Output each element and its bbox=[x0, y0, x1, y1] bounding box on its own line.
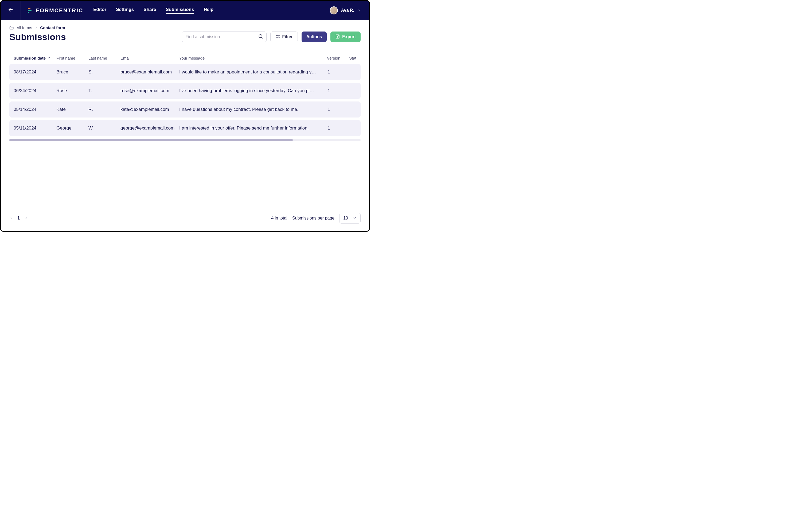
col-email[interactable]: Email bbox=[121, 56, 179, 60]
breadcrumb-root[interactable]: All forms bbox=[16, 25, 32, 30]
cell-email: bruce@examplemail.com bbox=[121, 69, 179, 75]
logo-icon bbox=[27, 7, 33, 13]
page-title: Submissions bbox=[9, 32, 66, 42]
search-field bbox=[182, 32, 267, 42]
toolbar: Filter Actions Export bbox=[182, 32, 361, 42]
cell-version: 1 bbox=[316, 126, 340, 131]
submissions-table: Submission date First name Last name Ema… bbox=[9, 51, 361, 141]
cell-version: 1 bbox=[316, 107, 340, 112]
svg-rect-1 bbox=[28, 10, 32, 11]
cell-first-name: George bbox=[56, 126, 89, 131]
footer: 1 4 in total Submissions per page 10 bbox=[1, 208, 369, 231]
cell-version: 1 bbox=[316, 88, 340, 94]
col-first-name[interactable]: First name bbox=[56, 56, 89, 60]
svg-point-6 bbox=[276, 35, 277, 36]
cell-first-name: Bruce bbox=[56, 69, 89, 75]
table-body: 08/17/2024BruceS.bruce@examplemail.comI … bbox=[9, 64, 361, 136]
svg-rect-2 bbox=[28, 12, 29, 13]
title-row: Submissions Filter Actions bbox=[9, 32, 361, 42]
filter-button[interactable]: Filter bbox=[270, 32, 298, 42]
table-row[interactable]: 08/17/2024BruceS.bruce@examplemail.comI … bbox=[9, 64, 361, 80]
cell-message: I am interested in your offer. Please se… bbox=[179, 126, 316, 131]
nav-item-submissions[interactable]: Submissions bbox=[166, 7, 194, 14]
cell-last-name: S. bbox=[89, 69, 121, 75]
main-nav: EditorSettingsShareSubmissionsHelp bbox=[93, 7, 213, 14]
filter-label: Filter bbox=[282, 34, 293, 39]
brand-name: FORMCENTRIC bbox=[36, 7, 83, 13]
cell-first-name: Rose bbox=[56, 88, 89, 94]
pagination: 1 bbox=[9, 216, 28, 220]
perpage-label: Submissions per page bbox=[292, 216, 334, 220]
topbar: FORMCENTRIC EditorSettingsShareSubmissio… bbox=[1, 1, 369, 20]
back-arrow-icon[interactable] bbox=[8, 7, 13, 14]
search-icon[interactable] bbox=[258, 34, 263, 40]
actions-button[interactable]: Actions bbox=[302, 32, 327, 42]
chevron-down-icon bbox=[358, 8, 361, 13]
cell-message: I would like to make an appointment for … bbox=[179, 69, 316, 75]
cell-date: 06/24/2024 bbox=[13, 88, 56, 94]
search-input[interactable] bbox=[182, 32, 267, 42]
export-button[interactable]: Export bbox=[330, 32, 361, 42]
sort-chevron-down-icon bbox=[47, 56, 50, 60]
col-version[interactable]: Version bbox=[316, 56, 340, 60]
page-number[interactable]: 1 bbox=[18, 216, 20, 220]
export-label: Export bbox=[342, 34, 356, 39]
cell-message: I have questions about my contract. Plea… bbox=[179, 107, 316, 112]
col-message[interactable]: Your message bbox=[179, 56, 316, 60]
cell-last-name: W. bbox=[89, 126, 121, 131]
col-submission-date[interactable]: Submission date bbox=[13, 56, 56, 60]
cell-message: I've been having problems logging in sin… bbox=[179, 88, 316, 94]
folder-icon bbox=[9, 26, 14, 30]
cell-email: george@examplemail.com bbox=[121, 126, 179, 131]
nav-item-settings[interactable]: Settings bbox=[116, 7, 134, 14]
content: All forms Contact form Submissions Filte… bbox=[1, 20, 369, 141]
sliders-icon bbox=[275, 34, 280, 40]
total-count: 4 in total bbox=[271, 216, 287, 220]
export-icon bbox=[335, 34, 340, 40]
col-status[interactable]: Stat bbox=[340, 56, 356, 60]
cell-email: kate@examplemail.com bbox=[121, 107, 179, 112]
chevron-down-icon bbox=[353, 216, 357, 220]
cell-email: rose@examplemail.com bbox=[121, 88, 179, 94]
actions-label: Actions bbox=[306, 34, 322, 39]
brand[interactable]: FORMCENTRIC bbox=[21, 7, 91, 13]
breadcrumb-current: Contact form bbox=[40, 25, 65, 30]
scrollbar-thumb[interactable] bbox=[9, 139, 293, 141]
user-menu[interactable]: Ava R. bbox=[330, 6, 361, 14]
perpage-value: 10 bbox=[343, 216, 348, 220]
prev-page-icon[interactable] bbox=[9, 216, 12, 220]
table-row[interactable]: 05/11/2024GeorgeW.george@examplemail.com… bbox=[9, 120, 361, 136]
table-row[interactable]: 05/14/2024KateR.kate@examplemail.comI ha… bbox=[9, 101, 361, 117]
table-row[interactable]: 06/24/2024RoseT.rose@examplemail.comI've… bbox=[9, 83, 361, 99]
cell-last-name: R. bbox=[89, 107, 121, 112]
cell-first-name: Kate bbox=[56, 107, 89, 112]
next-page-icon[interactable] bbox=[25, 216, 28, 220]
chevron-right-icon bbox=[35, 26, 37, 30]
nav-item-share[interactable]: Share bbox=[143, 7, 156, 14]
nav-item-help[interactable]: Help bbox=[204, 7, 213, 14]
svg-line-4 bbox=[262, 37, 263, 38]
svg-rect-0 bbox=[28, 8, 30, 9]
perpage-select[interactable]: 10 bbox=[339, 213, 361, 224]
user-name: Ava R. bbox=[341, 8, 354, 13]
cell-last-name: T. bbox=[89, 88, 121, 94]
table-header: Submission date First name Last name Ema… bbox=[9, 52, 361, 64]
horizontal-scrollbar[interactable] bbox=[9, 139, 361, 141]
breadcrumb: All forms Contact form bbox=[9, 25, 361, 30]
cell-date: 05/14/2024 bbox=[13, 107, 56, 112]
avatar bbox=[330, 6, 338, 14]
cell-date: 08/17/2024 bbox=[13, 69, 56, 75]
col-date-label: Submission date bbox=[13, 56, 46, 60]
cell-version: 1 bbox=[316, 69, 340, 75]
col-last-name[interactable]: Last name bbox=[89, 56, 121, 60]
back-button-area bbox=[1, 1, 21, 20]
svg-point-8 bbox=[278, 37, 279, 38]
nav-item-editor[interactable]: Editor bbox=[93, 7, 106, 14]
cell-date: 05/11/2024 bbox=[13, 126, 56, 131]
